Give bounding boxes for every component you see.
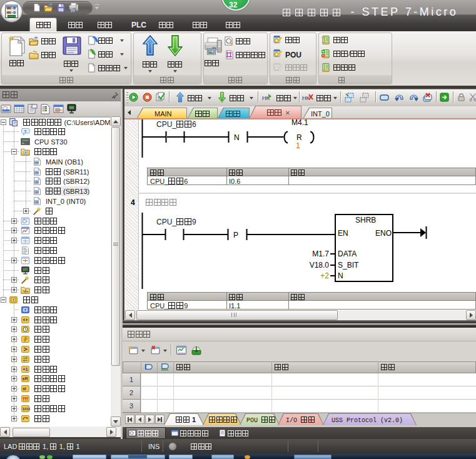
svg-text:V18.0: V18.0 — [310, 261, 330, 270]
svg-text:ENO: ENO — [375, 229, 392, 238]
svg-text:DATA: DATA — [338, 250, 357, 258]
svg-text:EN: EN — [338, 229, 348, 238]
svg-text:N: N — [234, 133, 240, 142]
svg-text:P: P — [233, 231, 238, 240]
svg-text:4: 4 — [131, 198, 135, 207]
svg-text:M4.1: M4.1 — [291, 119, 308, 127]
svg-text:1: 1 — [296, 141, 300, 150]
svg-text:+2: +2 — [320, 271, 329, 280]
svg-text:N: N — [338, 271, 343, 280]
svg-text:S_BIT: S_BIT — [338, 261, 359, 270]
svg-text:SHRB: SHRB — [355, 216, 376, 224]
svg-text:M1.7: M1.7 — [312, 250, 329, 258]
svg-text:R: R — [296, 133, 302, 142]
